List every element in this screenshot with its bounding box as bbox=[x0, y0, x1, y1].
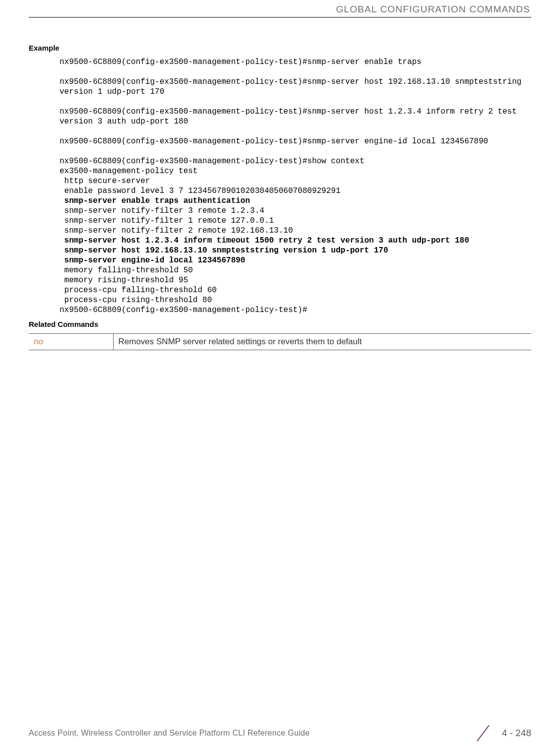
footer: Access Point, Wireless Controller and Se… bbox=[29, 724, 531, 742]
code-line-bold: snmp-server host 1.2.3.4 inform timeout … bbox=[60, 236, 455, 245]
code-line: snmp-server notify-filter 1 remote 127.0… bbox=[60, 216, 274, 225]
code-line: snmp-server notify-filter 3 remote 1.2.3… bbox=[60, 206, 264, 215]
code-line: nx9500-6C8809(config-ex3500-management-p… bbox=[60, 306, 307, 314]
code-line: http secure-server bbox=[60, 177, 150, 186]
code-line-bold: snmp-server host 192.168.13.10 snmptests… bbox=[60, 246, 388, 255]
page-number: 4 - 248 bbox=[502, 728, 531, 739]
code-line: ex3500-management-policy test bbox=[60, 167, 197, 176]
related-cmd-name[interactable]: no bbox=[29, 334, 113, 350]
related-commands-heading: Related Commands bbox=[29, 320, 531, 328]
code-line-bold: snmp-server enable traps authentication bbox=[60, 196, 250, 205]
svg-line-0 bbox=[477, 725, 489, 741]
code-line: process-cpu falling-threshold 60 bbox=[60, 286, 217, 295]
related-commands-table: no Removes SNMP server related settings … bbox=[29, 333, 531, 350]
code-line: enable password level 3 7 12345678901020… bbox=[60, 187, 341, 195]
code-line: nx9500-6C8809(config-ex3500-management-p… bbox=[60, 157, 365, 166]
code-line-bold: 180 bbox=[455, 236, 469, 245]
code-line: memory falling-threshold 50 bbox=[60, 266, 193, 275]
code-line: process-cpu rising-threshold 80 bbox=[60, 296, 212, 305]
running-header: GLOBAL CONFIGURATION COMMANDS bbox=[29, 0, 531, 15]
example-heading: Example bbox=[29, 44, 531, 52]
related-cmd-desc: Removes SNMP server related settings or … bbox=[113, 334, 531, 350]
footer-doc-title: Access Point, Wireless Controller and Se… bbox=[29, 729, 310, 738]
table-row: no Removes SNMP server related settings … bbox=[29, 334, 531, 350]
slash-icon bbox=[473, 724, 493, 742]
code-line: nx9500-6C8809(config-ex3500-management-p… bbox=[60, 58, 422, 66]
page: GLOBAL CONFIGURATION COMMANDS Example nx… bbox=[0, 0, 560, 752]
code-line: snmp-server notify-filter 2 remote 192.1… bbox=[60, 226, 293, 235]
code-line: nx9500-6C8809(config-ex3500-management-p… bbox=[60, 107, 521, 126]
code-line: nx9500-6C8809(config-ex3500-management-p… bbox=[60, 77, 526, 96]
code-line-bold: snmp-server engine-id local 1234567890 bbox=[60, 256, 245, 265]
footer-right: 4 - 248 bbox=[473, 724, 531, 742]
code-line: memory rising-threshold 95 bbox=[60, 276, 188, 285]
example-code-1: nx9500-6C8809(config-ex3500-management-p… bbox=[60, 57, 531, 315]
content-area: Example nx9500-6C8809(config-ex3500-mana… bbox=[29, 18, 531, 350]
code-line: nx9500-6C8809(config-ex3500-management-p… bbox=[60, 137, 488, 146]
